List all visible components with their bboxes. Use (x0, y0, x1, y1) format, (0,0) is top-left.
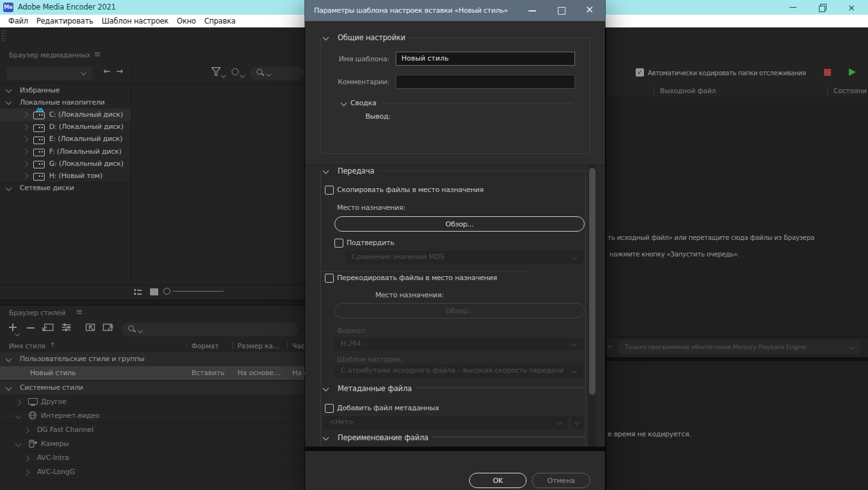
restore-icon (819, 4, 826, 11)
play-button[interactable] (849, 68, 856, 76)
dialog-close-button[interactable]: × (585, 3, 594, 15)
remove-preset-icon[interactable] (27, 327, 34, 329)
tree-item-drive-f[interactable]: F: (Локальный диск) (0, 145, 131, 158)
menu-edit[interactable]: Редактировать (36, 17, 93, 26)
queue-panel: ✓ Автоматически кодировать папки отслежи… (605, 27, 868, 490)
comments-label: Комментарии: (318, 78, 389, 86)
preset-group-user[interactable]: Пользовательские стили и группы (0, 352, 304, 367)
tree-item-drive-g[interactable]: G: (Локальный диск) (0, 158, 131, 170)
queue-drop-area[interactable]: ть исходный файл» или перетащите сюда фа… (606, 97, 868, 337)
monitor-icon (28, 398, 38, 405)
drive-icon (33, 137, 45, 144)
menu-file[interactable]: Файл (8, 17, 28, 26)
dialog-minimize-button[interactable] (528, 10, 536, 11)
preset-row-new-style[interactable]: Новый стиль Вставить На основе... На ос (0, 366, 304, 382)
rename-title[interactable]: Переименование файла (321, 433, 433, 442)
comments-input[interactable] (396, 75, 575, 89)
preset-row-web-video[interactable]: Интернет-видео (0, 409, 304, 424)
format-dropdown[interactable]: H.264 (334, 338, 583, 351)
camera-icon (28, 438, 38, 449)
add-preset-icon[interactable] (9, 323, 18, 332)
close-button[interactable]: × (837, 0, 866, 15)
add-metadata-checkbox[interactable] (325, 404, 334, 413)
summary-divider (383, 103, 573, 103)
preset-group-system[interactable]: Системные стили (0, 381, 304, 396)
zoom-slider-track[interactable] (172, 291, 223, 292)
browse-button[interactable]: Обзор... (334, 216, 585, 232)
dialog-maximize-button[interactable] (558, 7, 565, 15)
tree-item-drive-e[interactable]: E: (Локальный диск) (0, 133, 131, 146)
preset-name-input[interactable]: Новый стиль (396, 52, 575, 66)
renderer-row: т: Только программное обеспечение Mercur… (606, 337, 868, 358)
general-settings-title[interactable]: Общие настройки (321, 33, 410, 42)
new-group-icon[interactable] (42, 322, 54, 332)
verify-checkbox[interactable] (334, 239, 343, 248)
media-source-dropdown[interactable] (6, 66, 93, 80)
format-label: Формат: (337, 327, 367, 335)
ignore-icon[interactable] (232, 68, 239, 75)
close-icon: × (848, 3, 855, 13)
menu-help[interactable]: Справка (204, 17, 236, 26)
filter-icon[interactable] (211, 67, 221, 76)
copy-files-checkbox[interactable] (325, 186, 334, 195)
tree-item-local-drives[interactable]: Локальные накопители (0, 96, 131, 108)
drive-icon (33, 173, 45, 181)
sort-arrow-icon: ↑ (50, 341, 55, 348)
zoom-slider-knob[interactable] (163, 288, 170, 295)
column-format[interactable]: Формат (191, 342, 219, 350)
media-browser-panel: Браузер медиаданных ≡ ← → Избранные Лока… (0, 27, 304, 300)
preset-row-dg-fast-channel[interactable]: DG Fast Channel (0, 423, 304, 438)
thumbnail-view-icon[interactable] (150, 288, 158, 295)
verify-dropdown[interactable]: Сравнение значений MD5 (345, 251, 584, 264)
column-status[interactable]: Состояни (834, 87, 867, 94)
column-frame-size[interactable]: Размер ка... (237, 342, 280, 350)
auto-encode-checkbox[interactable]: ✓ (636, 68, 644, 77)
drive-icon (33, 161, 45, 168)
dialog-scrollbar-thumb[interactable] (589, 168, 595, 395)
export-preset-icon[interactable] (102, 322, 114, 332)
transcode-label: Перекодировать файлы в место назначения (337, 274, 497, 282)
back-arrow-icon[interactable]: ← (103, 66, 110, 76)
menu-preset[interactable]: Шаблон настроек (101, 17, 168, 26)
import-preset-icon[interactable] (84, 322, 96, 332)
panel-menu-icon[interactable]: ≡ (94, 49, 101, 59)
preset-row-cameras[interactable]: Камеры (0, 437, 304, 452)
preset-dropdown[interactable]: С атрибутами исходного файла – высокая с… (334, 364, 583, 378)
ignore-dropdown-icon[interactable] (240, 73, 245, 78)
preset-search-input[interactable] (121, 323, 298, 336)
tree-item-drive-h[interactable]: H: (Новый том) (0, 170, 131, 182)
column-name[interactable]: Имя стиля (9, 342, 45, 350)
browse2-button[interactable]: Обзор... (334, 303, 585, 318)
tree-item-network-drives[interactable]: Сетевые диски (0, 182, 131, 195)
transfer-title[interactable]: Передача (321, 167, 378, 175)
restore-button[interactable] (807, 0, 837, 15)
media-search-input[interactable] (250, 66, 304, 80)
minimize-button[interactable] (778, 0, 807, 15)
tree-item-drive-d[interactable]: D: (Локальный диск) (0, 121, 131, 134)
preset-label: Шаблон настроек: (337, 355, 403, 364)
metadata-extra-dropdown[interactable] (571, 416, 584, 429)
window-title: Adobe Media Encoder 2021 (18, 3, 116, 11)
list-view-icon[interactable] (134, 288, 142, 295)
renderer-label-fragment: т: (608, 344, 613, 351)
ok-button[interactable]: OK (469, 473, 527, 488)
cancel-button[interactable]: Отмена (532, 473, 590, 488)
preset-row-other[interactable]: Другое (0, 395, 304, 410)
preset-settings-icon[interactable] (61, 322, 72, 332)
panel-menu-icon[interactable]: ≡ (76, 307, 83, 316)
preset-row-avc-longg[interactable]: AVC-LongG (0, 465, 304, 480)
forward-arrow-icon[interactable]: → (116, 66, 123, 76)
renderer-dropdown[interactable]: Только программное обеспечение Mercury P… (618, 341, 860, 354)
menu-window[interactable]: Окно (177, 17, 196, 26)
tree-item-favorites[interactable]: Избранные (0, 84, 131, 96)
system-drive-icon (33, 112, 45, 119)
metadata-file-dropdown[interactable]: <Нет> (323, 416, 568, 429)
metadata-title[interactable]: Метаданные файла (321, 384, 416, 393)
stop-button[interactable] (824, 69, 831, 76)
filter-dropdown-icon[interactable] (221, 73, 226, 78)
tree-item-drive-c[interactable]: C: (Локальный диск) (0, 108, 131, 121)
transcode-checkbox[interactable] (325, 274, 334, 283)
preset-row-avc-intra[interactable]: AVC-Intra (0, 451, 304, 466)
summary-title[interactable]: Сводка (350, 99, 377, 107)
column-output-file[interactable]: Выходной файл (660, 87, 716, 94)
